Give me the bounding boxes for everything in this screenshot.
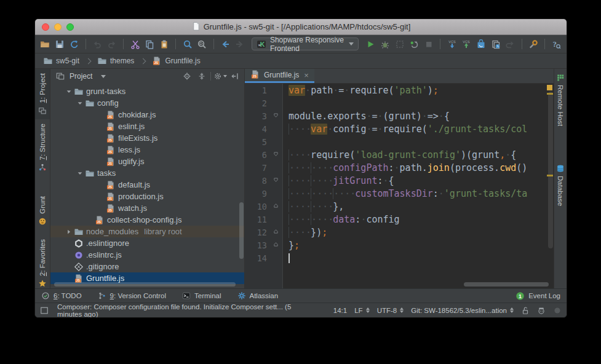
title-bar[interactable]: Gruntfile.js - sw5-git - [/Applications/… [35,19,567,35]
recent-changes-icon [491,39,501,49]
tool-window-tab-database[interactable]: Database [554,160,567,210]
chevron-down-icon[interactable] [64,88,73,95]
commit-changes-button[interactable]: VCS [461,38,472,51]
synchronize-button[interactable] [69,38,79,51]
tool-window-tab-grunt[interactable]: Grunt [35,192,50,230]
project-panel-title[interactable]: Project [70,72,92,81]
minimize-button[interactable] [54,23,62,31]
tree-item-grunt-tasks[interactable]: grunt-tasks [50,85,244,97]
hector-button[interactable] [537,306,546,315]
tree-item--eslintignore[interactable]: .eslintignore [50,237,244,249]
settings-button[interactable] [528,38,539,51]
find-button[interactable] [182,38,193,51]
status-widget-git[interactable]: Git: SW-18562/5.3/eslin...ation [411,307,514,314]
tool-window-button-atlassian[interactable]: Atlassian [237,291,279,300]
window-title: Gruntfile.js - sw5-git - [/Applications/… [191,22,411,33]
tool-window-button-terminal[interactable]: Terminal [182,291,221,300]
help-button[interactable]: ? [551,38,562,51]
code-editor[interactable]: 1var·path·=·require('path');23module.exp… [245,84,554,288]
tool-window-tab-1-project[interactable]: 1: Project [35,69,50,119]
close-icon[interactable]: × [304,71,309,80]
code-text: module.exports·=·(grunt)·=>·{ [283,111,554,122]
tool-window-button-6-todo[interactable]: 6: TODO [41,291,82,300]
tool-window-tab-2-favorites[interactable]: 2: Favorites [35,235,50,292]
tree-item-watch-js[interactable]: JSwatch.js [50,202,244,214]
status-widget-label: UTF-8 [377,307,397,314]
fold-marker-open[interactable] [271,151,283,159]
save-all-button[interactable] [55,38,65,51]
cut-button[interactable] [130,38,140,51]
vcs-history-button[interactable] [476,38,487,51]
rerun-profile-button[interactable] [409,38,420,51]
run-button[interactable] [365,38,376,51]
status-widget-utf-8[interactable]: UTF-8 [377,307,404,314]
stop-button[interactable] [424,38,434,51]
chevron-down-icon[interactable] [101,75,106,78]
hide-button[interactable] [229,71,241,82]
debug-button[interactable] [380,38,390,51]
tree-item-production-js[interactable]: JSproduction.js [50,191,244,202]
panel-toggle-icon[interactable] [40,306,49,315]
status-widget-lf[interactable]: LF [354,307,369,314]
replace-button[interactable] [197,38,207,51]
lock-button[interactable] [521,306,530,315]
zoom-button[interactable] [66,23,74,31]
code-text: ····var·config·=·require('./grunt-tasks/… [283,124,554,135]
breadcrumb-item[interactable]: sw5-git [41,55,81,66]
tab-gruntfile[interactable]: JS Gruntfile.js × [245,69,314,83]
fold-marker-open[interactable] [271,113,283,120]
chevron-down-icon[interactable] [75,100,84,107]
warning-tick[interactable] [547,175,553,176]
tree-item-node-modules[interactable]: node_moduleslibrary root [50,226,244,237]
tool-window-tab-7-structure[interactable]: 7: Structure [35,119,50,176]
tree-item--eslintrc-js[interactable]: .eslintrc.js [50,249,244,261]
tree-item-config[interactable]: config [50,97,244,109]
tree-item-default-js[interactable]: JSdefault.js [50,179,244,191]
editor-vertical-scrollbar[interactable] [548,92,553,248]
gear-button[interactable] [214,71,226,82]
undo-button[interactable] [92,38,103,51]
tree-item-eslint-js[interactable]: JSeslint.js [50,121,244,132]
chevron-down-icon[interactable] [75,170,84,177]
tree-item-tasks[interactable]: tasks [50,167,244,179]
update-project-button[interactable]: VCS [447,38,457,51]
svg-text:JS: JS [253,74,257,78]
warning-tick[interactable] [547,93,553,95]
rollback-button[interactable] [505,38,515,51]
tree-item--gitignore[interactable]: .gitignore [50,261,244,272]
tree-item-uglify-js[interactable]: JSuglify.js [50,156,244,167]
fold-marker-open[interactable] [271,177,283,184]
tree-item-fileexists-js[interactable]: JSfileExists.js [50,132,244,144]
tool-window-button-9-version-control[interactable]: 9: Version Control [98,291,166,300]
tree-item-collect-shop-config-js[interactable]: JScollect-shop-config.js [50,214,244,226]
editor-horizontal-scrollbar[interactable] [464,282,549,287]
event-log-button[interactable]: 1Event Log [515,291,560,301]
status-widget-14[interactable]: 14:1 [333,307,347,314]
warning-stripe-marker[interactable] [547,85,552,90]
collapse-all-button[interactable] [196,71,207,82]
project-horizontal-scrollbar[interactable] [54,282,236,287]
navigate-back-button[interactable] [220,38,230,51]
locate-button[interactable] [181,71,193,82]
paste-button[interactable] [159,38,170,51]
breadcrumb-item[interactable]: themes [95,55,136,66]
status-message[interactable]: Composer: Composer configuration file fo… [57,303,316,318]
close-button[interactable] [42,23,49,31]
open-button[interactable] [40,38,50,51]
chevron-right-icon[interactable] [64,228,73,235]
dim-circle-button[interactable] [553,306,562,315]
tree-item-less-js[interactable]: JSless.js [50,144,244,156]
copy-button[interactable] [145,38,155,51]
fold-marker-close[interactable] [271,229,283,236]
project-vertical-scrollbar[interactable] [239,202,244,259]
redo-button[interactable] [107,38,117,51]
breadcrumb-item[interactable]: JSGruntfile.js [150,55,202,66]
run-configuration-select[interactable]: wKShopware Responsive Frontend [252,38,359,50]
tree-item-chokidar-js[interactable]: JSchokidar.js [50,109,244,121]
run-with-coverage-button[interactable] [394,38,405,51]
navigate-forward-button[interactable] [234,38,245,51]
recent-changes-button[interactable] [490,38,501,51]
tool-window-tab-remote-host[interactable]: Remote Host [554,69,567,130]
fold-marker-close[interactable] [271,203,283,210]
fold-marker-close[interactable] [271,242,283,249]
